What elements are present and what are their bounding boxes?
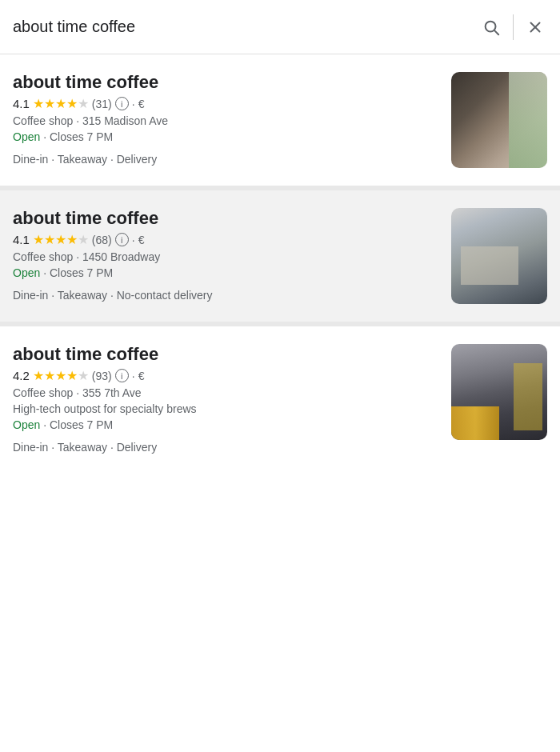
star-icon: ★ bbox=[66, 96, 78, 111]
status-row: Open · Closes 7 PM bbox=[13, 266, 442, 279]
info-icon[interactable]: i bbox=[115, 369, 129, 382]
star-icon: ★ bbox=[55, 96, 66, 111]
rating-row: 4.1 ★★★★★ (31) i · € bbox=[13, 96, 442, 111]
star-icon: ★ bbox=[78, 96, 89, 111]
star-icon: ★ bbox=[44, 368, 55, 383]
star-icon: ★ bbox=[55, 368, 66, 383]
stars: ★★★★★ bbox=[33, 232, 89, 247]
address-row: Coffee shop · 315 Madison Ave bbox=[13, 114, 442, 127]
search-button[interactable] bbox=[479, 15, 503, 39]
description: High-tech outpost for specialty brews bbox=[13, 402, 442, 415]
services-row: Dine-in · Takeaway · No-contact delivery bbox=[13, 289, 442, 302]
star-icon: ★ bbox=[33, 232, 44, 247]
result-name: about time coffee bbox=[13, 72, 442, 93]
star-icon: ★ bbox=[44, 96, 55, 111]
result-card[interactable]: about time coffee 4.1 ★★★★★ (31) i · € C… bbox=[0, 54, 560, 190]
search-input[interactable] bbox=[13, 18, 479, 36]
result-card[interactable]: about time coffee 4.2 ★★★★★ (93) i · € C… bbox=[0, 326, 560, 471]
info-icon[interactable]: i bbox=[115, 97, 129, 110]
status-row: Open · Closes 7 PM bbox=[13, 130, 442, 143]
closing-time: · Closes 7 PM bbox=[43, 130, 113, 143]
open-status: Open bbox=[13, 130, 40, 143]
rating-row: 4.2 ★★★★★ (93) i · € bbox=[13, 368, 442, 383]
dot-separator: · bbox=[132, 370, 135, 382]
address-row: Coffee shop · 1450 Broadway bbox=[13, 250, 442, 263]
review-count: (93) bbox=[92, 370, 112, 382]
result-name: about time coffee bbox=[13, 208, 442, 229]
close-icon bbox=[526, 18, 544, 36]
result-card[interactable]: about time coffee 4.1 ★★★★★ (68) i · € C… bbox=[0, 190, 560, 326]
closing-time: · Closes 7 PM bbox=[43, 266, 113, 279]
rating-row: 4.1 ★★★★★ (68) i · € bbox=[13, 232, 442, 247]
address-row: Coffee shop · 355 7th Ave bbox=[13, 386, 442, 399]
star-icon: ★ bbox=[78, 368, 89, 383]
price-indicator: € bbox=[138, 234, 145, 246]
stars: ★★★★★ bbox=[33, 96, 89, 111]
rating-number: 4.2 bbox=[13, 369, 30, 382]
result-info: about time coffee 4.1 ★★★★★ (68) i · € C… bbox=[13, 208, 451, 302]
svg-line-1 bbox=[494, 30, 498, 34]
closing-time: · Closes 7 PM bbox=[43, 418, 113, 431]
services-row: Dine-in · Takeaway · Delivery bbox=[13, 153, 442, 166]
search-bar bbox=[0, 0, 560, 54]
star-icon: ★ bbox=[33, 368, 44, 383]
price-indicator: € bbox=[138, 370, 145, 382]
star-icon: ★ bbox=[66, 368, 78, 383]
rating-number: 4.1 bbox=[13, 97, 30, 110]
star-icon: ★ bbox=[44, 232, 55, 247]
result-info: about time coffee 4.1 ★★★★★ (31) i · € C… bbox=[13, 72, 451, 166]
open-status: Open bbox=[13, 266, 40, 279]
result-info: about time coffee 4.2 ★★★★★ (93) i · € C… bbox=[13, 344, 451, 454]
dot-separator: · bbox=[132, 98, 135, 110]
review-count: (68) bbox=[92, 234, 112, 246]
star-icon: ★ bbox=[78, 232, 89, 247]
open-status: Open bbox=[13, 418, 40, 431]
stars: ★★★★★ bbox=[33, 368, 89, 383]
price-indicator: € bbox=[138, 98, 145, 110]
star-icon: ★ bbox=[66, 232, 78, 247]
result-image[interactable] bbox=[451, 72, 547, 168]
star-icon: ★ bbox=[55, 232, 66, 247]
rating-number: 4.1 bbox=[13, 233, 30, 246]
result-image[interactable] bbox=[451, 344, 547, 440]
clear-button[interactable] bbox=[523, 15, 547, 39]
star-icon: ★ bbox=[33, 96, 44, 111]
result-image[interactable] bbox=[451, 208, 547, 304]
results-container: about time coffee 4.1 ★★★★★ (31) i · € C… bbox=[0, 54, 560, 471]
result-name: about time coffee bbox=[13, 344, 442, 365]
services-row: Dine-in · Takeaway · Delivery bbox=[13, 441, 442, 454]
review-count: (31) bbox=[92, 98, 112, 110]
status-row: Open · Closes 7 PM bbox=[13, 418, 442, 431]
search-icon bbox=[482, 18, 500, 36]
info-icon[interactable]: i bbox=[115, 233, 129, 246]
dot-separator: · bbox=[132, 234, 135, 246]
search-divider bbox=[513, 14, 514, 40]
